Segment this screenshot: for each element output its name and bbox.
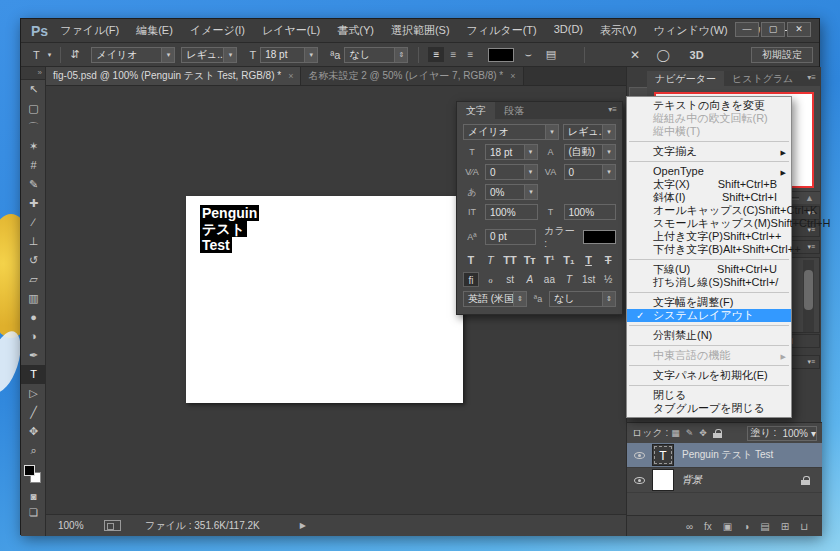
lock-transparency-icon[interactable]: ▦ [671, 428, 680, 438]
cp-font-family-select[interactable]: メイリオ ▾ [463, 124, 559, 140]
status-menu-arrow-icon[interactable]: ▶ [300, 521, 306, 530]
ordinals-button[interactable]: 1st [581, 272, 597, 287]
align-left-button[interactable]: ≡ [428, 47, 444, 62]
adjustment-layer-icon[interactable]: ◑ [743, 521, 749, 532]
dropdown-caret-icon[interactable]: ▾ [524, 185, 537, 199]
layer-mask-icon[interactable]: ▣ [723, 521, 732, 532]
menu-item[interactable]: オールキャップス(C) Shift+Ctrl+K [627, 204, 791, 217]
layer-name[interactable]: 背景 [682, 473, 702, 487]
type-tool-icon[interactable]: T [29, 49, 44, 61]
combo-arrows-icon[interactable]: ⇕ [394, 48, 407, 62]
quick-mask-button[interactable]: ◙ [21, 489, 46, 505]
minimize-button[interactable]: — [735, 22, 759, 37]
cp-font-style-select[interactable]: レギュ... ▾ [563, 124, 616, 140]
menu-item[interactable]: 分割禁止(N) [627, 329, 791, 342]
cancel-edit-icon[interactable]: ✕ [626, 48, 644, 62]
cp-font-size-select[interactable]: 18 pt ▾ [485, 144, 538, 160]
panel-tab[interactable]: ナビゲーター [647, 71, 724, 86]
hand-tool[interactable]: ✥ [21, 422, 46, 441]
warp-text-icon[interactable]: ⌣ [520, 48, 535, 61]
layer-row[interactable]: 背景 [627, 468, 822, 493]
menu-item[interactable]: 文字揃え ▶ [627, 145, 791, 158]
menu-item[interactable]: 上付き文字(P) Shift+Ctrl++ [627, 230, 791, 243]
lock-all-icon[interactable] [713, 429, 722, 437]
cp-leading-select[interactable]: (自動) ▾ [564, 144, 617, 160]
close-button[interactable]: ✕ [787, 22, 811, 37]
magic-wand-tool[interactable]: ✶ [21, 137, 46, 156]
type-tool[interactable]: T [21, 365, 46, 384]
subscript-button[interactable]: T₁ [561, 253, 577, 268]
swash-button[interactable]: A [522, 272, 538, 287]
font-style-select[interactable]: レギュ... ▾ [181, 47, 237, 63]
menubar-item[interactable]: 書式(Y) [337, 23, 374, 38]
clone-stamp-tool[interactable]: ⊥ [21, 232, 46, 251]
cp-horizontal-scale-field[interactable]: 100% [564, 204, 617, 220]
zoom-level-field[interactable]: 100% [58, 520, 98, 531]
menubar-item[interactable]: 選択範囲(S) [391, 23, 450, 38]
brush-tool[interactable]: ∕ [21, 213, 46, 232]
maximize-button[interactable]: ▢ [761, 22, 785, 37]
font-family-select[interactable]: メイリオ ▾ [91, 47, 175, 63]
close-tab-icon[interactable]: × [510, 71, 515, 81]
document-canvas[interactable]: PenguinテストTest [186, 196, 463, 403]
menu-item[interactable]: 斜体(I) Shift+Ctrl+I [627, 191, 791, 204]
menu-item[interactable]: OpenType ▶ [627, 165, 791, 178]
panel-tab[interactable]: 段落 [495, 102, 533, 119]
menubar-item[interactable]: 編集(E) [136, 23, 173, 38]
document-tab[interactable]: fig-05.psd @ 100% (Penguin テスト Test, RGB… [46, 67, 301, 85]
marquee-tool[interactable]: ▢ [21, 99, 46, 118]
menu-item[interactable]: 下線(U) Shift+Ctrl+U [627, 263, 791, 276]
toolbar-collapse-icon[interactable]: » [21, 67, 45, 80]
combo-arrows-icon[interactable]: ⇕ [513, 292, 526, 306]
delete-layer-icon[interactable]: ⊔ [800, 521, 808, 532]
menu-item[interactable] [629, 385, 789, 386]
superscript-button[interactable]: T¹ [542, 253, 558, 268]
link-layers-icon[interactable]: ∞ [686, 521, 693, 532]
align-center-button[interactable]: ≡ [445, 47, 461, 62]
cp-language-select[interactable]: 英語 (米国) ⇕ [463, 291, 527, 307]
selected-text-block[interactable]: PenguinテストTest [200, 205, 259, 253]
close-tab-icon[interactable]: × [288, 71, 293, 81]
faux-bold-button[interactable]: T [463, 253, 479, 268]
text-orientation-icon[interactable]: ⇵ [66, 48, 83, 61]
dropdown-caret-icon[interactable]: ▾ [524, 145, 537, 159]
crop-tool[interactable]: # [21, 156, 46, 175]
dropdown-caret-icon[interactable]: ▾ [161, 48, 174, 62]
path-select-tool[interactable]: ▷ [21, 384, 46, 403]
menu-item[interactable]: スモールキャップス(M) Shift+Ctrl+H [627, 217, 791, 230]
menu-item[interactable] [629, 292, 789, 293]
ligatures-button[interactable]: fi [463, 272, 479, 287]
combo-arrows-icon[interactable]: ⇕ [602, 292, 615, 306]
faux-italic-button[interactable]: T [483, 253, 499, 268]
menu-item[interactable]: 打ち消し線(S) Shift+Ctrl+/ [627, 276, 791, 289]
move-tool[interactable]: ↖ [21, 80, 46, 99]
menu-item[interactable]: 下付き文字(B) Alt+Shift+Ctrl++ [627, 243, 791, 256]
underline-button[interactable]: T [581, 253, 597, 268]
menu-item[interactable]: 文字幅を調整(F) [627, 296, 791, 309]
cp-tsume-select[interactable]: 0% ▾ [485, 184, 538, 200]
menu-item[interactable]: 縦中横(T) [627, 125, 791, 138]
layer-style-icon[interactable]: fx [704, 521, 712, 532]
commit-edit-icon[interactable]: ◯ [652, 48, 673, 62]
threed-button[interactable]: 3D [686, 49, 708, 61]
zoom-tool[interactable]: ⌕ [21, 441, 46, 460]
menubar-item[interactable]: フィルター(T) [467, 23, 537, 38]
document-tab[interactable]: 名称未設定 2 @ 50% (レイヤー 7, RGB/8) * × [301, 67, 523, 85]
dodge-tool[interactable]: ◑ [21, 327, 46, 346]
eyedropper-tool[interactable]: ✎ [21, 175, 46, 194]
menu-item[interactable]: 閉じる [627, 389, 791, 402]
dropdown-caret-icon[interactable]: ▾ [223, 48, 236, 62]
titling-alternates-button[interactable]: T [561, 272, 577, 287]
contextual-alternates-button[interactable]: ℴ [483, 272, 499, 287]
tool-preset-caret-icon[interactable]: ▾ [44, 51, 56, 59]
menu-item[interactable]: タブグループを閉じる [627, 402, 791, 415]
scrollbar[interactable] [803, 260, 814, 332]
menubar-item[interactable]: ファイル(F) [60, 23, 119, 38]
layer-thumbnail[interactable] [652, 469, 674, 491]
stylistic-alternates-button[interactable]: aa [542, 272, 558, 287]
layer-thumbnail[interactable]: T [652, 444, 674, 466]
fractions-button[interactable]: ½ [600, 272, 616, 287]
panel-menu-icon[interactable]: ▾≡ [608, 102, 622, 119]
menu-item[interactable]: テキストの向きを変更 [627, 99, 791, 112]
menu-item[interactable]: ✓ システムレイアウト [627, 309, 791, 322]
